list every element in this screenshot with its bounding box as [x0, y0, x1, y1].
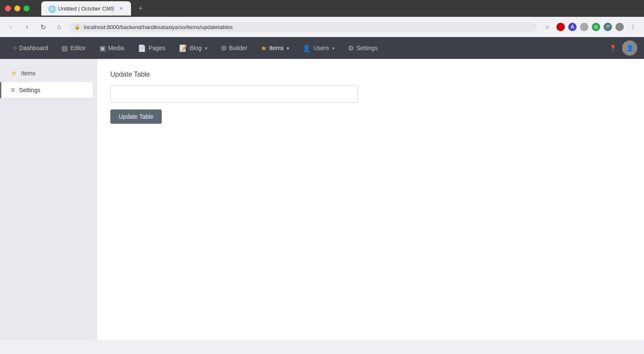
extension-icon-account[interactable]: [615, 23, 624, 31]
users-chevron-icon: ▾: [332, 46, 334, 51]
sidebar-item-settings[interactable]: ≡ Settings: [0, 82, 93, 98]
nav-item-items[interactable]: ★ Items ▾: [255, 41, 295, 56]
nav-right: 📍 👤: [607, 40, 637, 56]
browser-actions: ☆ A G 🧩 ⋮: [541, 21, 639, 33]
window-controls: [5, 5, 29, 11]
app-nav: ○ Dashboard ▤ Editor ▣ Media 📄 Pages 📝 B…: [0, 37, 644, 59]
update-table-button[interactable]: Update Table: [110, 109, 162, 124]
extension-icon-puzzle[interactable]: 🧩: [604, 23, 612, 31]
sidebar-item-items[interactable]: ★ Items: [3, 65, 93, 81]
minimize-window-button[interactable]: [14, 5, 20, 11]
address-text: localhost:8000/backend/hardiksatasiya/so…: [84, 24, 532, 30]
nav-item-dashboard[interactable]: ○ Dashboard: [7, 41, 54, 55]
nav-item-editor[interactable]: ▤ Editor: [56, 41, 92, 56]
address-input-wrap[interactable]: 🔒 localhost:8000/backend/hardiksatasiya/…: [69, 22, 537, 32]
home-button[interactable]: ⌂: [53, 21, 65, 33]
tab-bar: 🌐 Untitled | October CMS × +: [36, 1, 151, 16]
more-menu-button[interactable]: ⋮: [627, 21, 639, 33]
new-tab-button[interactable]: +: [134, 3, 146, 14]
maximize-window-button[interactable]: [24, 5, 29, 11]
close-window-button[interactable]: [5, 5, 11, 11]
lock-icon: 🔒: [74, 24, 80, 30]
nav-item-blog[interactable]: 📝 Blog ▾: [173, 41, 213, 56]
reload-button[interactable]: ↻: [37, 21, 49, 33]
main-content: Update Table Update Table: [97, 59, 644, 340]
nav-item-users[interactable]: 👤 Users ▾: [297, 41, 340, 56]
blog-icon: 📝: [179, 44, 187, 52]
tab-title: Untitled | October CMS: [58, 5, 114, 12]
media-icon: ▣: [99, 44, 106, 52]
nav-item-media[interactable]: ▣ Media: [94, 41, 130, 56]
nav-item-settings[interactable]: ⚙ Settings: [342, 41, 384, 56]
pages-icon: 📄: [138, 44, 146, 52]
location-button[interactable]: 📍: [607, 42, 619, 54]
back-button[interactable]: ‹: [5, 21, 17, 33]
tab-favicon: 🌐: [48, 5, 55, 12]
address-bar: ‹ › ↻ ⌂ 🔒 localhost:8000/backend/hardiks…: [0, 17, 644, 37]
nav-item-builder[interactable]: ⚙ Builder: [215, 41, 254, 56]
title-bar: 🌐 Untitled | October CMS × +: [0, 0, 644, 17]
items-chevron-icon: ▾: [287, 46, 289, 51]
editor-icon: ▤: [61, 44, 68, 52]
sidebar-items-label: Items: [21, 70, 35, 77]
sidebar-items-icon: ★: [11, 69, 17, 77]
table-name-input[interactable]: [110, 85, 358, 103]
sidebar: ★ Items ≡ Settings: [0, 59, 97, 340]
section-title: Update Table: [110, 71, 631, 78]
sidebar-settings-label: Settings: [19, 87, 40, 93]
settings-icon: ⚙: [348, 44, 354, 52]
items-star-icon: ★: [261, 44, 267, 52]
extension-icon-green[interactable]: G: [592, 23, 600, 31]
browser-tab[interactable]: 🌐 Untitled | October CMS ×: [41, 1, 131, 16]
extension-icon-red[interactable]: [556, 23, 565, 31]
blog-chevron-icon: ▾: [205, 46, 207, 51]
extension-icon-white[interactable]: [580, 23, 588, 31]
users-icon: 👤: [302, 44, 311, 52]
builder-icon: ⚙: [221, 44, 227, 52]
tab-close-button[interactable]: ×: [118, 5, 124, 12]
main-area: ★ Items ≡ Settings Update Table Update T…: [0, 59, 644, 340]
bookmark-button[interactable]: ☆: [541, 21, 553, 33]
forward-button[interactable]: ›: [21, 21, 33, 33]
browser-chrome: 🌐 Untitled | October CMS × + ‹ › ↻ ⌂ 🔒 l…: [0, 0, 644, 37]
extension-icon-blue[interactable]: A: [568, 23, 577, 31]
app-container: ○ Dashboard ▤ Editor ▣ Media 📄 Pages 📝 B…: [0, 37, 644, 340]
nav-item-pages[interactable]: 📄 Pages: [132, 41, 171, 56]
dashboard-icon: ○: [13, 44, 17, 52]
sidebar-settings-icon: ≡: [11, 86, 15, 94]
user-avatar[interactable]: 👤: [622, 40, 637, 56]
